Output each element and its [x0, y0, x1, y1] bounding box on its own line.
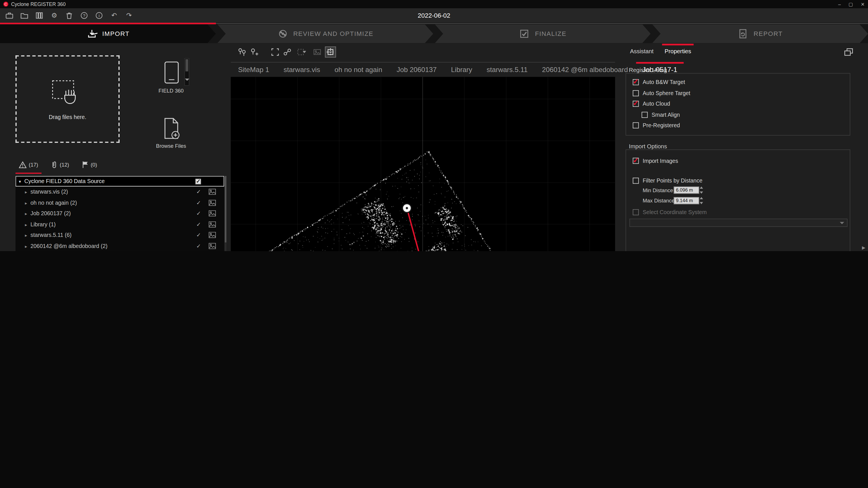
redo-icon: ↷: [126, 12, 132, 19]
storage-button[interactable]: [34, 10, 44, 21]
image-icon[interactable]: [209, 189, 216, 195]
device-list-scrollbar[interactable]: [184, 58, 189, 86]
tab-assistant[interactable]: Assistant: [624, 43, 659, 58]
expand-right-panel-button[interactable]: ▶: [862, 245, 865, 250]
option-pre-registered[interactable]: Pre-Registered: [626, 120, 850, 131]
max-distance-spinner[interactable]: [700, 197, 705, 204]
fit-view-button[interactable]: [270, 46, 281, 58]
image-icon[interactable]: [209, 232, 216, 238]
min-distance-input[interactable]: [674, 186, 699, 193]
scrollbar-thumb[interactable]: [225, 176, 226, 242]
tree-root-row[interactable]: Cyclone FIELD 360 Data Source: [16, 176, 224, 187]
step-report[interactable]: REPORT: [652, 25, 868, 43]
image-view-icon: [312, 47, 322, 57]
link-setups-button[interactable]: [282, 46, 293, 58]
viewer-tab[interactable]: Job 2060137: [389, 63, 444, 77]
side-tabs: Assistant Properties: [624, 43, 697, 58]
tab-attachments[interactable]: (12): [47, 158, 72, 174]
image-icon[interactable]: [209, 221, 216, 227]
drag-drop-zone[interactable]: Drag files here.: [16, 55, 119, 143]
toolbar-dropdown-caret[interactable]: [303, 51, 306, 53]
undo-button[interactable]: ↶: [109, 10, 119, 21]
step-import[interactable]: IMPORT: [0, 25, 216, 43]
tree-item[interactable]: Library (1): [16, 219, 224, 230]
chevron-down-icon[interactable]: [185, 78, 189, 81]
tree-item[interactable]: Job 2060137 (2): [16, 208, 224, 219]
source-filter-tabs: (17) (12) (0): [16, 158, 100, 174]
check-icon: [196, 210, 201, 216]
tree-item[interactable]: starwars.5.11 (6): [16, 230, 224, 240]
expander-open-icon[interactable]: [19, 178, 21, 184]
redo-button[interactable]: ↷: [124, 10, 134, 21]
delete-button[interactable]: [64, 10, 74, 21]
close-button[interactable]: ✕: [861, 1, 865, 7]
setup-add-icon: [249, 47, 259, 57]
viewer-tab[interactable]: SiteMap 1: [231, 63, 277, 77]
tree-item-label: Library (1): [30, 221, 56, 227]
expander-closed-icon[interactable]: [25, 210, 27, 216]
pointcloud-canvas[interactable]: [231, 77, 615, 251]
root-checkbox[interactable]: [195, 178, 201, 184]
image-icon[interactable]: [209, 200, 216, 205]
checkbox-icon: [633, 79, 639, 85]
option-auto-cloud[interactable]: Auto Cloud: [626, 99, 850, 109]
viewer-tab[interactable]: oh no not again: [327, 63, 389, 77]
max-distance-input[interactable]: [674, 197, 699, 204]
expander-closed-icon[interactable]: [25, 221, 27, 227]
expander-closed-icon[interactable]: [25, 232, 27, 238]
checkbox-icon: [642, 111, 648, 118]
viewer-tab[interactable]: 2060142 @6m albedoboard: [535, 63, 635, 77]
viewer-tab[interactable]: starwars.5.11: [479, 63, 535, 77]
truslicer-button[interactable]: [325, 46, 336, 58]
viewer-toolbar: [231, 46, 615, 58]
open-button[interactable]: [19, 10, 29, 21]
help-button[interactable]: ?: [79, 10, 89, 21]
option-filter-points[interactable]: Filter Points by Distance: [626, 175, 850, 186]
max-distance-row: Max Distance: [626, 196, 850, 205]
tree-item-label: Job 2060137 (2): [30, 210, 71, 216]
browse-files-icon: [162, 117, 182, 141]
field360-source-button[interactable]: [163, 61, 180, 86]
option-auto-bw-target[interactable]: Auto B&W Target: [626, 77, 850, 88]
tab-issues[interactable]: (17): [16, 158, 41, 174]
help-icon: ?: [81, 12, 87, 19]
layout-windows-button[interactable]: [844, 47, 854, 58]
tree-item[interactable]: starwars.vis (2): [16, 187, 224, 197]
import-step-icon: [86, 28, 97, 39]
info-icon: i: [96, 12, 102, 19]
viewer-tab[interactable]: Library: [444, 63, 479, 77]
add-setup-button[interactable]: [249, 46, 260, 58]
app-window: C Cyclone REGISTER 360 – ▢ ✕ ⚙ ? i ↶ ↷ 2…: [0, 0, 868, 251]
browse-files-button[interactable]: [162, 117, 182, 143]
minimize-button[interactable]: –: [838, 1, 841, 7]
tree-item[interactable]: 2060142 @6m albedoboard (2): [16, 240, 224, 251]
option-smart-align[interactable]: Smart Align: [626, 109, 850, 120]
image-view-button[interactable]: [312, 46, 323, 58]
checkbox-icon: [633, 158, 639, 164]
step-review-and-optimize[interactable]: REVIEW AND OPTIMIZE: [217, 25, 433, 43]
settings-button[interactable]: ⚙: [49, 10, 59, 21]
scrollbar-thumb[interactable]: [185, 59, 188, 71]
option-import-images[interactable]: Import Images: [626, 156, 850, 166]
option-auto-sphere-target[interactable]: Auto Sphere Target: [626, 88, 850, 99]
project-button[interactable]: [5, 10, 14, 21]
overlapping-windows-icon: [844, 47, 854, 56]
expander-closed-icon[interactable]: [25, 200, 27, 205]
expander-closed-icon[interactable]: [25, 189, 27, 195]
tree-item[interactable]: oh no not again (2): [16, 197, 224, 208]
expander-closed-icon[interactable]: [25, 243, 27, 249]
tab-properties[interactable]: Properties: [659, 43, 696, 58]
maximize-button[interactable]: ▢: [849, 1, 853, 7]
tab-flags[interactable]: (0): [78, 158, 100, 174]
min-distance-spinner[interactable]: [700, 187, 705, 194]
step-finalize[interactable]: FINALIZE: [435, 25, 651, 43]
tree-scrollbar[interactable]: [225, 176, 226, 251]
viewer-tab[interactable]: starwars.vis: [277, 63, 328, 77]
coordinate-system-select[interactable]: [629, 219, 847, 227]
option-select-coordinate-system[interactable]: Select Coordinate System: [626, 207, 850, 218]
image-icon[interactable]: [209, 210, 216, 216]
info-button[interactable]: i: [94, 10, 104, 21]
image-icon[interactable]: [209, 243, 216, 249]
create-setup-button[interactable]: [236, 46, 247, 58]
step-label: REVIEW AND OPTIMIZE: [293, 30, 374, 37]
